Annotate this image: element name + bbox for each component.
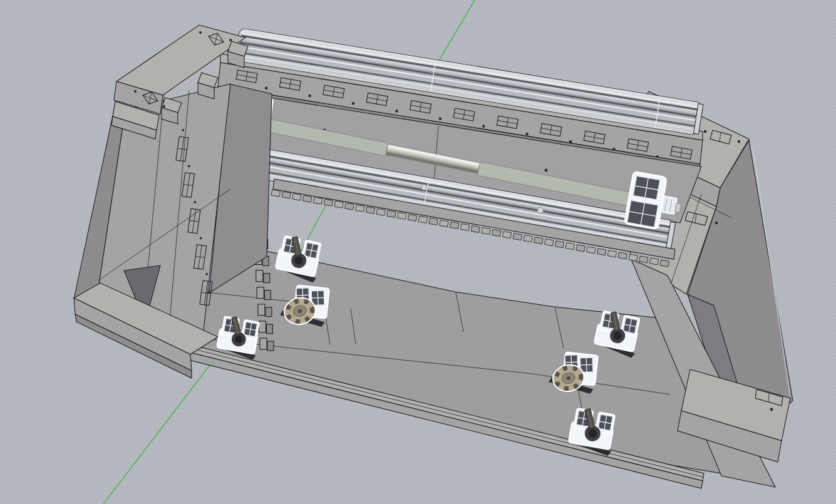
rect-shape [256, 270, 263, 282]
rect-shape [292, 193, 301, 200]
rack-tooth [440, 220, 448, 227]
viewport-canvas[interactable] [0, 0, 836, 504]
rack-tooth [282, 192, 291, 198]
rect-shape [408, 214, 416, 221]
rect-shape [639, 256, 648, 263]
rect-shape [266, 307, 272, 317]
rack-tooth [355, 205, 364, 212]
rect-shape [513, 233, 522, 240]
rack-tooth [502, 231, 511, 238]
rect-shape [587, 247, 596, 254]
rack-tooth [524, 235, 532, 242]
rack-tooth [513, 233, 522, 240]
rect-shape [334, 201, 343, 208]
rack-tooth [376, 208, 385, 215]
rack-tooth [618, 252, 627, 259]
rack-tooth [418, 216, 427, 223]
rect-shape [440, 220, 448, 227]
rect-shape [460, 224, 469, 230]
rect-shape [271, 190, 280, 197]
rect-shape [266, 324, 272, 334]
rack-tooth [471, 225, 480, 232]
circle-shape [704, 130, 706, 133]
circle-shape [163, 105, 165, 108]
rect-shape [565, 243, 574, 250]
rect-shape [355, 205, 364, 212]
rect-shape [450, 222, 458, 229]
rect-shape [324, 199, 333, 206]
rack-tooth [429, 218, 438, 225]
rect-shape [482, 227, 490, 234]
circle-shape [545, 169, 548, 172]
rack-tooth [649, 258, 658, 265]
rect-shape [418, 216, 427, 223]
rack-tooth [303, 195, 312, 202]
rect-shape [524, 235, 532, 242]
rack-tooth [576, 245, 585, 252]
rect-shape [387, 210, 396, 217]
rect-shape [257, 287, 264, 299]
rect-shape [282, 192, 291, 198]
rack-tooth [460, 224, 469, 230]
rack-tooth [334, 201, 343, 208]
rect-shape [629, 254, 637, 261]
rack-tooth [271, 190, 280, 197]
rect-shape [502, 231, 511, 238]
rack-tooth [450, 222, 458, 229]
rack-tooth [565, 243, 574, 250]
circle-shape [134, 90, 137, 93]
rack-tooth [366, 207, 374, 213]
rack-tooth [482, 227, 490, 234]
rect-shape [264, 291, 271, 300]
rect-shape [576, 245, 585, 252]
rect-shape [345, 203, 354, 210]
rect-shape [429, 218, 438, 225]
circle-shape [229, 39, 232, 41]
circle-shape [770, 408, 773, 411]
rect-shape [398, 212, 406, 219]
rect-shape [259, 321, 266, 332]
rack-tooth [639, 256, 648, 263]
rack-tooth [313, 197, 322, 204]
rack-tooth [629, 254, 637, 261]
rect-shape [303, 195, 312, 202]
rack-tooth [607, 250, 616, 257]
rect-shape [555, 241, 564, 248]
rack-tooth [345, 203, 354, 210]
rack-tooth [398, 212, 406, 219]
rack-tooth [324, 199, 333, 206]
rect-shape [534, 237, 543, 244]
circle-shape [738, 140, 740, 143]
rack-tooth [555, 241, 564, 248]
rack-tooth [408, 214, 416, 221]
rect-shape [258, 304, 265, 316]
cad-viewport[interactable] [0, 0, 836, 504]
rect-shape [597, 249, 606, 255]
rect-shape [376, 208, 385, 215]
rack-tooth [587, 247, 596, 254]
rack-tooth [292, 193, 301, 200]
rect-shape [649, 258, 658, 265]
rect-shape [492, 229, 501, 236]
rect-shape [607, 250, 616, 257]
rect-shape [366, 207, 374, 213]
rect-shape [545, 239, 554, 246]
rect-shape [618, 252, 627, 259]
rack-tooth [545, 239, 554, 246]
rack-tooth [534, 237, 543, 244]
rack-tooth [492, 229, 501, 236]
circle-shape [715, 222, 718, 224]
rect-shape [264, 274, 270, 283]
rect-shape [267, 341, 274, 351]
rack-tooth [660, 260, 669, 267]
rect-shape [260, 338, 267, 349]
circle-shape [199, 31, 202, 34]
rect-shape [660, 260, 669, 267]
rect-shape [471, 225, 480, 232]
rack-tooth [597, 249, 606, 255]
rack-tooth [387, 210, 396, 217]
rect-shape [313, 197, 322, 204]
